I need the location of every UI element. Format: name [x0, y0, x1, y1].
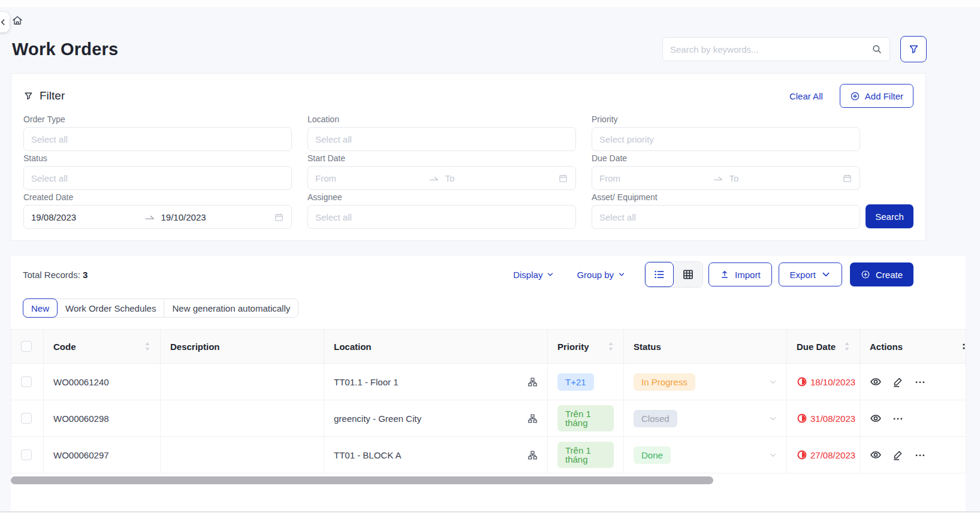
results-section: Total Records: 3 Display Group by — [11, 256, 966, 513]
column-header-status: Status — [624, 330, 787, 364]
start-date-range[interactable]: From To — [307, 166, 576, 190]
assignee-select[interactable]: Select all — [307, 205, 576, 229]
chevron-down-icon[interactable] — [769, 451, 777, 459]
group-by-dropdown[interactable]: Group by — [577, 270, 625, 280]
sort-icon[interactable] — [844, 342, 850, 351]
list-view-button[interactable] — [645, 262, 674, 287]
priority-badge: T+21 — [557, 373, 594, 391]
column-header-priority[interactable]: Priority — [548, 330, 624, 364]
chevron-down-icon — [821, 270, 831, 279]
filter-panel-title: Filter — [23, 89, 65, 102]
create-button[interactable]: Create — [850, 262, 913, 286]
search-icon[interactable] — [872, 44, 882, 55]
created-date-from[interactable]: 19/08/2023 — [31, 212, 144, 222]
swap-right-icon — [713, 173, 723, 183]
keyword-search[interactable] — [662, 37, 890, 61]
status-badge: Done — [634, 446, 671, 464]
chevron-down-icon[interactable] — [769, 378, 777, 386]
work-orders-table: Code Description Location Priority Statu… — [11, 329, 966, 473]
search-input[interactable] — [670, 44, 872, 55]
column-header-code[interactable]: Code — [44, 330, 161, 364]
more-actions-icon[interactable] — [892, 412, 904, 424]
field-order-type: Order Type Select all — [23, 114, 292, 151]
more-actions-icon[interactable] — [914, 376, 926, 388]
home-icon[interactable] — [11, 14, 23, 26]
tab-new[interactable]: New — [23, 298, 58, 318]
created-date-to[interactable]: 19/10/2023 — [155, 212, 275, 222]
asset-select[interactable]: Select all — [592, 205, 860, 229]
horizontal-scrollbar[interactable] — [11, 476, 713, 484]
field-asset: Asset/ Equipment Select all — [592, 192, 860, 229]
created-date-range[interactable]: 19/08/2023 19/10/2023 — [23, 205, 292, 229]
cell-status: Closed — [624, 400, 787, 437]
view-toggle — [644, 261, 703, 288]
add-filter-button[interactable]: Add Filter — [840, 84, 913, 108]
tab-new-generation-automatically[interactable]: New generation automatically — [164, 299, 298, 317]
row-checkbox[interactable] — [21, 449, 32, 460]
cell-due-date: 27/08/2023 — [787, 437, 860, 473]
row-checkbox[interactable] — [21, 376, 32, 387]
view-icon[interactable] — [870, 412, 882, 424]
cell-location: TT01.1 - Floor 1 — [324, 364, 548, 400]
status-select[interactable]: Select all — [23, 166, 292, 190]
location-select[interactable]: Select all — [307, 127, 576, 151]
display-dropdown[interactable]: Display — [513, 270, 554, 280]
select-all-checkbox[interactable] — [21, 341, 32, 352]
calendar-icon — [558, 173, 568, 183]
status-badge: Closed — [634, 410, 677, 427]
total-records: Total Records: 3 — [23, 270, 88, 280]
field-due-date: Due Date From To — [592, 153, 860, 190]
table-row: WO00060298 greencity - Green City Trên 1… — [11, 400, 966, 437]
column-settings-icon[interactable] — [962, 341, 966, 352]
location-tree-icon[interactable] — [527, 414, 538, 424]
field-created-date: Created Date 19/08/2023 19/10/2023 — [23, 192, 292, 229]
sort-icon[interactable] — [144, 342, 150, 351]
cell-priority: Trên 1 tháng — [548, 400, 624, 437]
order-type-select[interactable]: Select all — [23, 127, 292, 151]
import-button[interactable]: Import — [708, 262, 772, 286]
field-assignee: Assignee Select all — [307, 192, 576, 229]
field-start-date: Start Date From To — [307, 153, 576, 190]
priority-select[interactable]: Select priority — [592, 127, 860, 151]
location-tree-icon[interactable] — [527, 450, 538, 460]
location-tree-icon[interactable] — [527, 377, 538, 387]
cell-due-date: 18/10/2023 — [787, 364, 860, 400]
overdue-clock-icon — [797, 376, 807, 387]
row-checkbox[interactable] — [21, 413, 32, 424]
due-date-range[interactable]: From To — [592, 166, 860, 190]
overdue-clock-icon — [797, 413, 807, 424]
calendar-icon — [842, 173, 852, 183]
field-location: Location Select all — [307, 114, 576, 151]
cell-due-date: 31/08/2023 — [787, 400, 860, 437]
cell-actions — [860, 364, 966, 400]
more-actions-icon[interactable] — [914, 449, 926, 461]
field-priority: Priority Select priority — [592, 114, 860, 151]
filter-search-button[interactable]: Search — [866, 204, 913, 228]
export-button[interactable]: Export — [779, 262, 842, 286]
edit-icon[interactable] — [892, 376, 904, 388]
swap-right-icon — [429, 173, 439, 183]
window-bottom-edge — [0, 511, 980, 512]
list-icon — [653, 268, 665, 280]
filter-toggle-button[interactable] — [900, 36, 927, 62]
priority-badge: Trên 1 tháng — [557, 405, 614, 431]
swap-right-icon — [144, 212, 155, 222]
edit-icon[interactable] — [892, 449, 904, 461]
funnel-icon — [23, 91, 34, 101]
cell-status: Done — [624, 437, 787, 473]
clear-all-link[interactable]: Clear All — [789, 91, 823, 101]
cell-description — [161, 400, 324, 437]
tab-work-order-schedules[interactable]: Work Order Schedules — [58, 299, 164, 317]
grid-view-button[interactable] — [674, 262, 702, 287]
plus-circle-icon — [850, 91, 860, 101]
table-header-row: Code Description Location Priority Statu… — [11, 330, 966, 364]
back-button[interactable] — [0, 12, 10, 32]
cell-status: In Progress — [624, 364, 787, 400]
column-header-due-date[interactable]: Due Date — [787, 330, 860, 364]
view-icon[interactable] — [870, 449, 882, 461]
column-header-actions: Actions — [860, 330, 966, 364]
sort-icon[interactable] — [608, 342, 614, 351]
chevron-down-icon[interactable] — [769, 415, 777, 423]
cell-priority: T+21 — [548, 364, 624, 400]
view-icon[interactable] — [870, 376, 882, 388]
